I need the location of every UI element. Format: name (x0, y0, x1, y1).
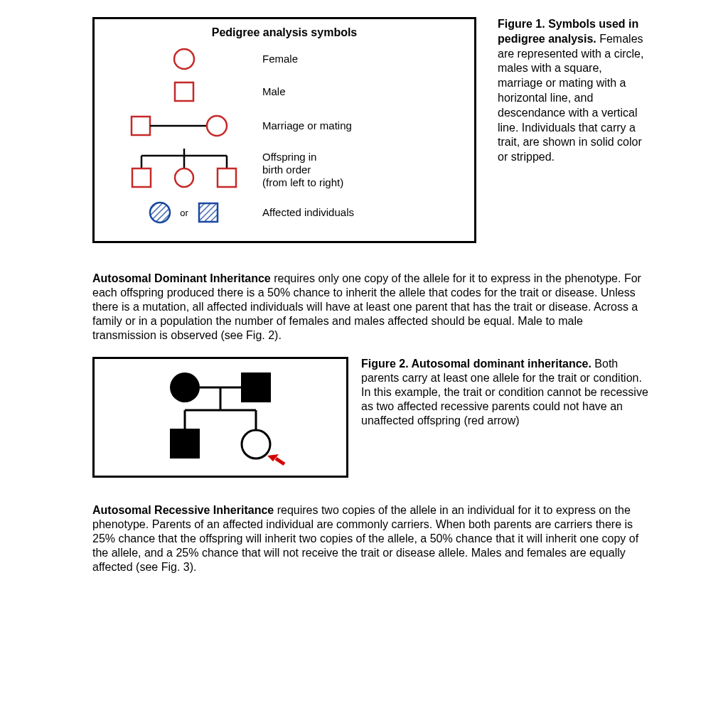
figure-1-row: Pedigree analysis symbols Female Male (92, 17, 650, 243)
symbol-affected: or (106, 200, 262, 225)
figure-2-row: Figure 2. Autosomal dominant inheritance… (92, 357, 650, 478)
offspring-icon (120, 147, 248, 193)
svg-rect-22 (241, 372, 271, 402)
page: Pedigree analysis symbols Female Male (0, 0, 728, 606)
square-icon (171, 79, 197, 104)
svg-point-21 (170, 372, 200, 402)
legend-row-offspring: Offspring in birth order (from left to r… (106, 147, 463, 193)
legend-row-female: Female (106, 46, 463, 72)
label-affected: Affected individuals (262, 206, 354, 219)
svg-point-29 (242, 430, 270, 459)
para2-bold: Autosomal Recessive Inheritance (92, 504, 274, 516)
legend-row-affected: or Affected individuals (106, 200, 463, 225)
svg-point-0 (174, 49, 194, 69)
svg-rect-2 (132, 117, 150, 135)
svg-rect-12 (218, 168, 236, 187)
label-marriage: Marriage or mating (262, 119, 352, 132)
svg-rect-10 (132, 168, 151, 187)
circle-icon (171, 46, 197, 72)
figure-2-caption: Figure 2. Autosomal dominant inheritance… (361, 357, 650, 428)
paragraph-autosomal-recessive: Autosomal Recessive Inheritance requires… (92, 503, 650, 574)
label-offspring: Offspring in birth order (from left to r… (262, 151, 343, 189)
svg-rect-28 (170, 429, 200, 459)
symbol-offspring (106, 147, 262, 193)
svg-rect-1 (175, 82, 193, 101)
paragraph-autosomal-dominant: Autosomal Dominant Inheritance requires … (92, 272, 650, 343)
svg-rect-15 (147, 200, 173, 225)
label-female: Female (262, 53, 298, 65)
pedigree-autosomal-dominant-icon (142, 368, 299, 467)
figure-1-box: Pedigree analysis symbols Female Male (92, 17, 476, 243)
label-male: Male (262, 85, 286, 98)
figure-2-caption-bold: Figure 2. Autosomal dominant inheritance… (361, 358, 592, 370)
figure-1-caption-text: Females are represented with a circle, m… (498, 33, 643, 163)
svg-point-4 (207, 116, 227, 136)
figure-1-caption: Figure 1. Symbols used in pedigree analy… (498, 17, 650, 165)
legend-row-male: Male (106, 79, 463, 104)
figure-1-box-title: Pedigree analysis symbols (106, 26, 463, 39)
figure-2-box (92, 357, 348, 478)
para1-bold: Autosomal Dominant Inheritance (92, 272, 271, 284)
label-or: or (180, 208, 188, 218)
hatched-circle-icon (147, 200, 173, 225)
symbol-female (106, 46, 262, 72)
svg-point-11 (175, 168, 193, 187)
marriage-icon (127, 112, 241, 140)
hatched-square-icon (196, 200, 221, 225)
legend-row-marriage: Marriage or mating (106, 112, 463, 140)
svg-line-31 (276, 459, 284, 464)
symbol-marriage (106, 112, 262, 140)
symbol-male (106, 79, 262, 104)
